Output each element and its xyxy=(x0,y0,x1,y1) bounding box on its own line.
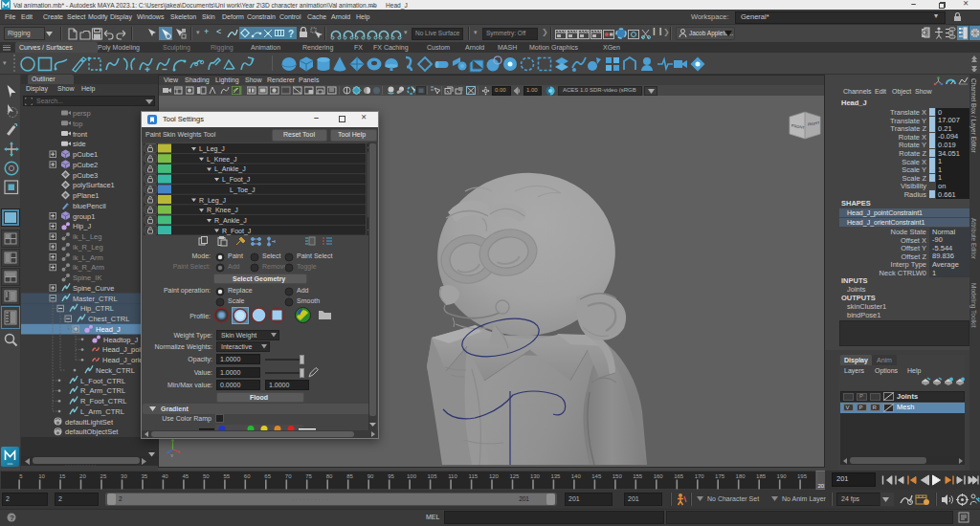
svg-text:75: 75 xyxy=(305,473,312,479)
svg-text:R_Foot_CTRL: R_Foot_CTRL xyxy=(80,397,126,405)
svg-text:Hip_J: Hip_J xyxy=(73,222,91,230)
svg-text:10: 10 xyxy=(38,473,45,479)
svg-text:Spine_IK: Spine_IK xyxy=(73,274,101,282)
svg-text:group1: group1 xyxy=(73,212,95,221)
svg-text:180: 180 xyxy=(736,473,746,479)
svg-text:top: top xyxy=(73,120,82,128)
svg-text:side: side xyxy=(73,140,86,148)
svg-text:y: y xyxy=(171,453,174,458)
svg-text:175: 175 xyxy=(715,473,725,479)
svg-text:70: 70 xyxy=(285,473,292,479)
svg-text:L_Ankle_J: L_Ankle_J xyxy=(214,165,246,173)
svg-text:25: 25 xyxy=(100,473,107,479)
svg-text:L_Arm_CTRL: L_Arm_CTRL xyxy=(80,407,124,416)
svg-text:20: 20 xyxy=(79,473,86,479)
svg-text:15: 15 xyxy=(59,473,66,479)
svg-text:pPlane1: pPlane1 xyxy=(73,191,100,200)
svg-text:polySurface1: polySurface1 xyxy=(73,181,115,189)
svg-text:55: 55 xyxy=(223,473,230,479)
svg-text:front: front xyxy=(73,130,88,139)
svg-text:defaultObjectSet: defaultObjectSet xyxy=(65,427,119,436)
svg-text:pCube2: pCube2 xyxy=(73,161,98,169)
svg-text:60: 60 xyxy=(244,473,251,479)
svg-text:defaultLightSet: defaultLightSet xyxy=(65,418,114,427)
svg-text:190: 190 xyxy=(777,473,788,479)
svg-text:?: ? xyxy=(288,29,294,39)
svg-text:125: 125 xyxy=(509,473,520,479)
svg-text:100: 100 xyxy=(407,473,417,479)
svg-text:135: 135 xyxy=(550,473,561,479)
svg-text:ik_L_Leg: ik_L_Leg xyxy=(73,232,101,241)
svg-text:?: ? xyxy=(10,514,14,522)
svg-text:30: 30 xyxy=(121,473,127,479)
svg-text:150: 150 xyxy=(612,473,623,479)
svg-text:185: 185 xyxy=(756,473,767,479)
svg-text:110: 110 xyxy=(448,473,457,479)
svg-text:165: 165 xyxy=(674,473,684,479)
svg-text:201: 201 xyxy=(817,483,825,489)
svg-text:35: 35 xyxy=(141,473,147,479)
svg-text:80: 80 xyxy=(326,473,333,479)
svg-text:160: 160 xyxy=(654,473,664,479)
svg-text:pCube3: pCube3 xyxy=(73,171,98,180)
svg-text:Headtop_J: Headtop_J xyxy=(103,336,139,344)
svg-text:L_Toe_J: L_Toe_J xyxy=(230,186,255,194)
svg-text:ik_R_Leg: ik_R_Leg xyxy=(73,243,103,252)
svg-text:170: 170 xyxy=(695,473,705,479)
svg-text:40: 40 xyxy=(162,473,168,479)
svg-text:L_Foot_CTRL: L_Foot_CTRL xyxy=(80,377,125,385)
svg-text:195: 195 xyxy=(797,473,808,479)
svg-text:140: 140 xyxy=(571,473,582,479)
svg-text:145: 145 xyxy=(591,473,602,479)
svg-text:155: 155 xyxy=(633,473,643,479)
svg-text:Chest_CTRL: Chest_CTRL xyxy=(88,315,129,323)
svg-text:Master_CTRL: Master_CTRL xyxy=(73,295,118,303)
svg-text:45: 45 xyxy=(182,473,189,479)
svg-text:Head_J: Head_J xyxy=(96,325,121,334)
svg-text:R_Knee_J: R_Knee_J xyxy=(207,207,238,214)
svg-text:R_Ankle_J: R_Ankle_J xyxy=(214,217,247,225)
svg-text:65: 65 xyxy=(264,473,271,479)
svg-text:5: 5 xyxy=(19,473,23,479)
svg-text:Spine_Curve: Spine_Curve xyxy=(73,284,114,293)
svg-text:120: 120 xyxy=(489,473,500,479)
svg-text:pCube1: pCube1 xyxy=(73,150,98,159)
svg-text:persp: persp xyxy=(73,109,91,118)
svg-text:105: 105 xyxy=(427,473,437,479)
svg-text:R_Arm_CTRL: R_Arm_CTRL xyxy=(80,386,125,395)
svg-text:50: 50 xyxy=(203,473,210,479)
svg-text:L_Knee_J: L_Knee_J xyxy=(207,156,237,164)
svg-text:Neck_CTRL: Neck_CTRL xyxy=(96,366,135,375)
svg-text:ik_R_Arm: ik_R_Arm xyxy=(73,263,104,272)
svg-text:bluePencil: bluePencil xyxy=(73,202,106,210)
svg-text:R_Leg_J: R_Leg_J xyxy=(199,197,226,205)
svg-text:R_Foot_J: R_Foot_J xyxy=(222,228,251,235)
svg-text:85: 85 xyxy=(346,473,353,479)
svg-text:130: 130 xyxy=(530,473,541,479)
svg-text:ava: ava xyxy=(8,462,13,466)
svg-text:95: 95 xyxy=(388,473,394,479)
svg-text:L_Leg_J: L_Leg_J xyxy=(199,145,225,153)
svg-text:90: 90 xyxy=(368,473,374,479)
svg-text:115: 115 xyxy=(469,473,479,479)
svg-text:Hip_CTRL: Hip_CTRL xyxy=(80,304,114,313)
svg-text:L_Foot_J: L_Foot_J xyxy=(222,176,250,184)
svg-text:ik_L_Arm: ik_L_Arm xyxy=(73,253,103,262)
